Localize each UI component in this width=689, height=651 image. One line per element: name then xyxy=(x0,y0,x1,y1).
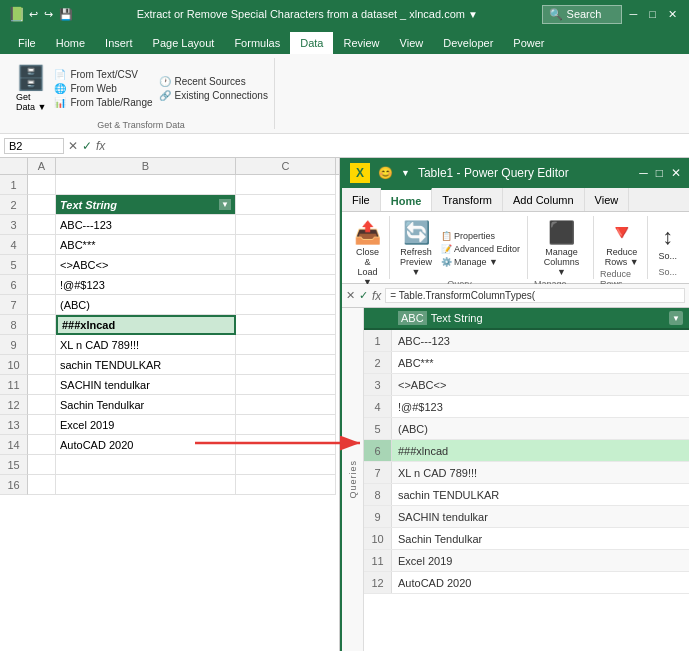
cell-ref-input[interactable] xyxy=(4,138,64,154)
cell-a10[interactable] xyxy=(28,355,56,375)
pq-data-cell[interactable]: Excel 2019 xyxy=(392,550,689,571)
cell-a5[interactable] xyxy=(28,255,56,275)
tab-data[interactable]: Data xyxy=(290,32,333,54)
pq-data-cell[interactable]: AutoCAD 2020 xyxy=(392,572,689,593)
cell-b8-selected[interactable]: ###xlncad xyxy=(56,315,236,335)
cell-a3[interactable] xyxy=(28,215,56,235)
search-label[interactable]: Search xyxy=(567,8,602,20)
get-data-button[interactable]: 🗄️ GetData ▼ xyxy=(12,60,50,116)
cell-b16[interactable] xyxy=(56,475,236,495)
tab-page-layout[interactable]: Page Layout xyxy=(143,32,225,54)
close-load-button[interactable]: 📤 Close &Load ▼ xyxy=(350,218,385,289)
cell-b3[interactable]: ABC---123 xyxy=(56,215,236,235)
cell-c7[interactable] xyxy=(236,295,336,315)
redo-icon[interactable]: ↪ xyxy=(44,8,53,21)
cell-a1[interactable] xyxy=(28,175,56,195)
minimize-btn[interactable]: ─ xyxy=(626,8,642,20)
undo-icon[interactable]: ↩ xyxy=(29,8,38,21)
refresh-preview-button[interactable]: 🔄 RefreshPreview ▼ xyxy=(396,218,436,279)
maximize-btn[interactable]: □ xyxy=(645,8,660,20)
from-table-button[interactable]: 📊 From Table/Range xyxy=(52,96,154,109)
pq-dropdown-icon[interactable]: ▼ xyxy=(401,168,410,178)
reduce-rows-button[interactable]: 🔻 ReduceRows ▼ xyxy=(601,218,643,269)
save-icon[interactable]: 💾 xyxy=(59,8,73,21)
pq-tab-transform[interactable]: Transform xyxy=(432,188,503,211)
search-box[interactable]: 🔍 Search xyxy=(542,5,622,24)
cell-c12[interactable] xyxy=(236,395,336,415)
pq-minimize-btn[interactable]: ─ xyxy=(639,166,648,180)
cell-c13[interactable] xyxy=(236,415,336,435)
cell-a4[interactable] xyxy=(28,235,56,255)
cell-a13[interactable] xyxy=(28,415,56,435)
cell-b11[interactable]: SACHIN tendulkar xyxy=(56,375,236,395)
pq-tab-home[interactable]: Home xyxy=(381,188,433,211)
recent-sources-button[interactable]: 🕐 Recent Sources xyxy=(157,75,270,88)
tab-insert[interactable]: Insert xyxy=(95,32,143,54)
cell-c10[interactable] xyxy=(236,355,336,375)
cell-c8[interactable] xyxy=(236,315,336,335)
pq-data-cell[interactable]: <>ABC<> xyxy=(392,374,689,395)
pq-cancel-icon[interactable]: ✕ xyxy=(346,289,355,302)
cell-a2[interactable] xyxy=(28,195,56,215)
cell-a6[interactable] xyxy=(28,275,56,295)
from-web-button[interactable]: 🌐 From Web xyxy=(52,82,154,95)
cell-c4[interactable] xyxy=(236,235,336,255)
pq-data-cell[interactable]: (ABC) xyxy=(392,418,689,439)
pq-table-area[interactable]: ABC Text String ▼ 1 ABC---123 2 ABC*** xyxy=(364,308,689,651)
advanced-editor-button[interactable]: 📝 Advanced Editor xyxy=(438,243,523,255)
pq-col-filter-btn[interactable]: ▼ xyxy=(669,311,683,325)
close-btn[interactable]: ✕ xyxy=(664,8,681,21)
cell-c14[interactable] xyxy=(236,435,336,455)
cell-c3[interactable] xyxy=(236,215,336,235)
pq-close-btn[interactable]: ✕ xyxy=(671,166,681,180)
tab-home[interactable]: Home xyxy=(46,32,95,54)
pq-data-cell[interactable]: SACHIN tendulkar xyxy=(392,506,689,527)
cell-b7[interactable]: (ABC) xyxy=(56,295,236,315)
cell-c2[interactable] xyxy=(236,195,336,215)
cell-b2-header[interactable]: Text String ▼ xyxy=(56,195,236,215)
pq-tab-add-column[interactable]: Add Column xyxy=(503,188,585,211)
filter-dropdown-icon[interactable]: ▼ xyxy=(219,199,231,210)
cell-b10[interactable]: sachin TENDULKAR xyxy=(56,355,236,375)
cell-a14[interactable] xyxy=(28,435,56,455)
cell-a15[interactable] xyxy=(28,455,56,475)
cell-b9[interactable]: XL n CAD 789!!! xyxy=(56,335,236,355)
from-text-csv-button[interactable]: 📄 From Text/CSV xyxy=(52,68,154,81)
pq-tab-view[interactable]: View xyxy=(585,188,630,211)
cell-a11[interactable] xyxy=(28,375,56,395)
cell-c11[interactable] xyxy=(236,375,336,395)
cell-a9[interactable] xyxy=(28,335,56,355)
manage-button[interactable]: ⚙️ Manage ▼ xyxy=(438,256,523,268)
cell-c1[interactable] xyxy=(236,175,336,195)
cell-a7[interactable] xyxy=(28,295,56,315)
existing-connections-button[interactable]: 🔗 Existing Connections xyxy=(157,89,270,102)
manage-columns-button[interactable]: ⬛ ManageColumns ▼ xyxy=(534,218,589,279)
cell-c15[interactable] xyxy=(236,455,336,475)
pq-data-cell[interactable]: ABC*** xyxy=(392,352,689,373)
tab-power[interactable]: Power xyxy=(503,32,554,54)
cell-b6[interactable]: !@#$123 xyxy=(56,275,236,295)
cell-a16[interactable] xyxy=(28,475,56,495)
cell-a8[interactable] xyxy=(28,315,56,335)
pq-data-cell[interactable]: Sachin Tendulkar xyxy=(392,528,689,549)
cell-b15[interactable] xyxy=(56,455,236,475)
cell-c9[interactable] xyxy=(236,335,336,355)
pq-tab-file[interactable]: File xyxy=(342,188,381,211)
confirm-icon[interactable]: ✓ xyxy=(82,139,92,153)
pq-data-cell-highlighted[interactable]: ###xlncad xyxy=(392,440,689,461)
pq-data-cell[interactable]: ABC---123 xyxy=(392,330,689,351)
cell-a12[interactable] xyxy=(28,395,56,415)
cancel-icon[interactable]: ✕ xyxy=(68,139,78,153)
tab-file[interactable]: File xyxy=(8,32,46,54)
pq-data-cell[interactable]: !@#$123 xyxy=(392,396,689,417)
properties-button[interactable]: 📋 Properties xyxy=(438,230,523,242)
cell-c5[interactable] xyxy=(236,255,336,275)
pq-data-cell[interactable]: sachin TENDULKAR xyxy=(392,484,689,505)
pq-maximize-btn[interactable]: □ xyxy=(656,166,663,180)
cell-c6[interactable] xyxy=(236,275,336,295)
pq-confirm-icon[interactable]: ✓ xyxy=(359,289,368,302)
cell-b14[interactable]: AutoCAD 2020 xyxy=(56,435,236,455)
tab-view[interactable]: View xyxy=(390,32,434,54)
tab-review[interactable]: Review xyxy=(333,32,389,54)
tab-formulas[interactable]: Formulas xyxy=(224,32,290,54)
